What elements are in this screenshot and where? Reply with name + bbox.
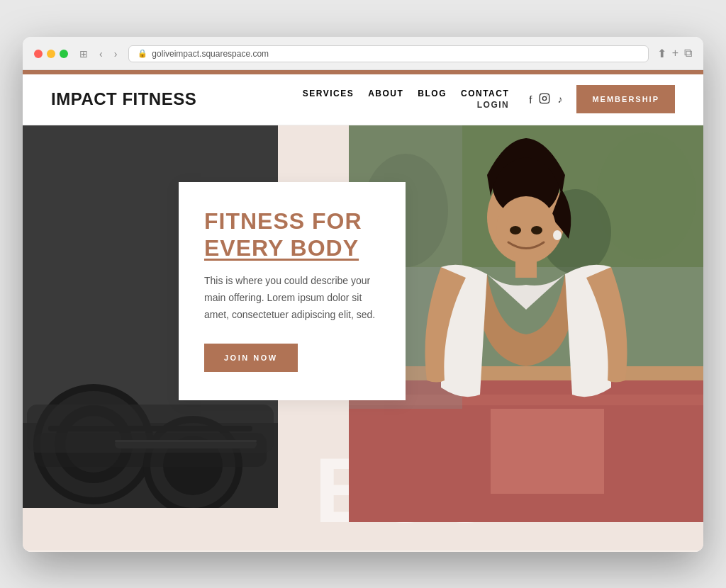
close-dot[interactable] (34, 50, 43, 58)
hero-title-line1: FITNESS FOR (204, 208, 380, 234)
instagram-icon[interactable] (539, 93, 550, 106)
hero-title-line2-text: EVERY BODY (204, 235, 359, 261)
nav-about[interactable]: ABOUT (368, 89, 403, 98)
tiktok-icon[interactable]: ♪ (557, 94, 562, 105)
minimize-dot[interactable] (47, 50, 55, 58)
forward-icon[interactable]: › (111, 47, 121, 61)
nav-blog[interactable]: BLOG (418, 89, 447, 98)
navbar: IMPACT FITNESS SERVICES ABOUT BLOG CONTA… (23, 74, 703, 125)
nav-services[interactable]: SERVICES (303, 89, 354, 98)
svg-rect-13 (115, 440, 257, 442)
nav-login[interactable]: LOGIN (477, 100, 510, 110)
back-icon[interactable]: ‹ (96, 47, 106, 61)
svg-rect-29 (515, 256, 537, 278)
svg-point-18 (597, 132, 696, 260)
accent-block (491, 409, 604, 494)
svg-point-25 (496, 196, 556, 260)
nav-links-container: SERVICES ABOUT BLOG CONTACT LOGIN (303, 89, 510, 110)
hero-title: FITNESS FOR EVERY BODY (204, 208, 380, 262)
browser-chrome: ⊞ ‹ › 🔒 goliveimpact.squarespace.com ⬆ +… (23, 37, 703, 70)
hero-section: ESS IMPAC (23, 125, 703, 550)
lock-icon: 🔒 (138, 49, 147, 58)
svg-point-8 (65, 416, 122, 473)
svg-point-28 (553, 230, 562, 240)
hero-description: This is where you could describe your ma… (204, 273, 380, 323)
browser-controls: ⊞ ‹ › (77, 47, 120, 61)
browser-actions: ⬆ + ⧉ (657, 47, 692, 60)
svg-rect-0 (540, 94, 549, 103)
hero-content-card: FITNESS FOR EVERY BODY This is where you… (179, 182, 406, 400)
address-bar[interactable]: 🔒 goliveimpact.squarespace.com (128, 45, 648, 62)
hero-title-line2: EVERY BODY (204, 234, 380, 261)
svg-point-27 (531, 226, 542, 234)
share-icon[interactable]: ⬆ (657, 47, 666, 60)
fullscreen-dot[interactable] (60, 50, 68, 58)
svg-point-1 (543, 96, 547, 100)
svg-point-26 (510, 226, 521, 234)
website: IMPACT FITNESS SERVICES ABOUT BLOG CONTA… (23, 70, 703, 552)
nav-social-links: f ♪ (529, 93, 562, 106)
brand-logo[interactable]: IMPACT FITNESS (51, 89, 196, 109)
tabs-icon[interactable]: ⧉ (684, 47, 692, 60)
browser-dots (34, 50, 68, 58)
facebook-icon[interactable]: f (529, 94, 532, 106)
svg-point-2 (547, 95, 547, 96)
nav-contact[interactable]: CONTACT (461, 89, 509, 98)
sidebar-toggle-icon[interactable]: ⊞ (77, 47, 91, 61)
nav-top-links: SERVICES ABOUT BLOG CONTACT (303, 89, 510, 98)
new-tab-icon[interactable]: + (672, 47, 678, 60)
browser-window: ⊞ ‹ › 🔒 goliveimpact.squarespace.com ⬆ +… (23, 37, 703, 552)
url-text: goliveimpact.squarespace.com (152, 49, 269, 59)
membership-button[interactable]: MEMBERSHIP (576, 85, 675, 113)
join-now-button[interactable]: JOIN NOW (204, 344, 298, 372)
